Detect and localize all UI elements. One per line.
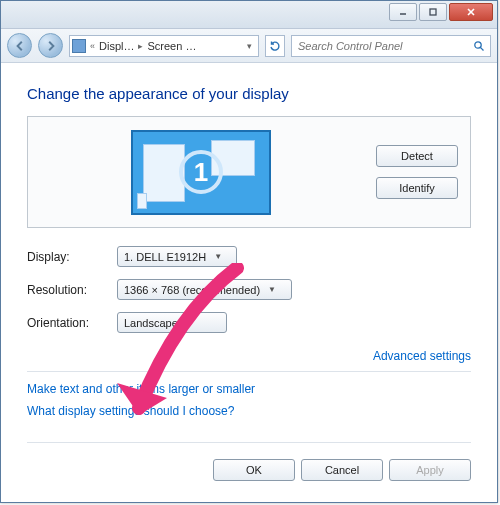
- breadcrumb-sep-icon: «: [88, 41, 97, 51]
- refresh-button[interactable]: [265, 35, 285, 57]
- resolution-select[interactable]: 1366 × 768 (recommended) ▼: [117, 279, 292, 300]
- text-size-link[interactable]: Make text and other items larger or smal…: [27, 382, 471, 396]
- search-input[interactable]: [296, 39, 472, 53]
- divider: [27, 442, 471, 443]
- monitor-buttons: Detect Identify: [376, 145, 458, 199]
- close-icon: [466, 7, 476, 17]
- monitor-box: 1 Detect Identify: [27, 116, 471, 228]
- search-box[interactable]: [291, 35, 491, 57]
- divider: [27, 371, 471, 372]
- window: « Displ… ▸ Screen … ▾ Change the appeara…: [0, 0, 498, 503]
- button-row: OK Cancel Apply: [27, 453, 471, 481]
- preview-taskbar-icon: [137, 193, 147, 209]
- monitor-preview-area: 1: [40, 130, 362, 215]
- back-button[interactable]: [7, 33, 32, 58]
- maximize-button[interactable]: [419, 3, 447, 21]
- display-label: Display:: [27, 250, 117, 264]
- orientation-select[interactable]: Landscape ▼: [117, 312, 227, 333]
- maximize-icon: [428, 7, 438, 17]
- help-link[interactable]: What display settings should I choose?: [27, 404, 471, 418]
- svg-line-5: [481, 47, 484, 50]
- cancel-button[interactable]: Cancel: [301, 459, 383, 481]
- close-button[interactable]: [449, 3, 493, 21]
- resolution-label: Resolution:: [27, 283, 117, 297]
- breadcrumb-seg-display[interactable]: Displ…: [99, 40, 134, 52]
- forward-button[interactable]: [38, 33, 63, 58]
- ok-button[interactable]: OK: [213, 459, 295, 481]
- display-select[interactable]: 1. DELL E1912H ▼: [117, 246, 237, 267]
- chevron-down-icon: ▼: [186, 318, 194, 327]
- breadcrumb-dropdown[interactable]: ▾: [242, 41, 256, 51]
- page-title: Change the appearance of your display: [27, 85, 471, 102]
- monitor-preview[interactable]: 1: [131, 130, 271, 215]
- chevron-right-icon: ▸: [136, 41, 145, 51]
- monitor-number: 1: [194, 157, 208, 188]
- back-arrow-icon: [14, 40, 26, 52]
- monitor-number-badge: 1: [179, 150, 223, 194]
- address-row: « Displ… ▸ Screen … ▾: [1, 29, 497, 63]
- svg-point-4: [475, 41, 481, 47]
- chevron-down-icon: ▼: [214, 252, 222, 261]
- titlebar: [1, 1, 497, 29]
- display-value: 1. DELL E1912H: [124, 251, 206, 263]
- search-icon: [472, 39, 486, 53]
- forward-arrow-icon: [45, 40, 57, 52]
- chevron-down-icon: ▼: [268, 285, 276, 294]
- detect-button[interactable]: Detect: [376, 145, 458, 167]
- content: Change the appearance of your display 1 …: [1, 63, 497, 493]
- settings-grid: Display: 1. DELL E1912H ▼ Resolution: 13…: [27, 246, 471, 333]
- apply-button[interactable]: Apply: [389, 459, 471, 481]
- resolution-value: 1366 × 768 (recommended): [124, 284, 260, 296]
- breadcrumb-seg-screen[interactable]: Screen …: [147, 40, 196, 52]
- minimize-button[interactable]: [389, 3, 417, 21]
- breadcrumb[interactable]: « Displ… ▸ Screen … ▾: [69, 35, 259, 57]
- advanced-settings-link[interactable]: Advanced settings: [373, 349, 471, 363]
- orientation-label: Orientation:: [27, 316, 117, 330]
- refresh-icon: [269, 40, 281, 52]
- svg-rect-1: [430, 9, 436, 15]
- orientation-value: Landscape: [124, 317, 178, 329]
- help-links: Make text and other items larger or smal…: [27, 382, 471, 418]
- minimize-icon: [398, 7, 408, 17]
- control-panel-icon: [72, 39, 86, 53]
- identify-button[interactable]: Identify: [376, 177, 458, 199]
